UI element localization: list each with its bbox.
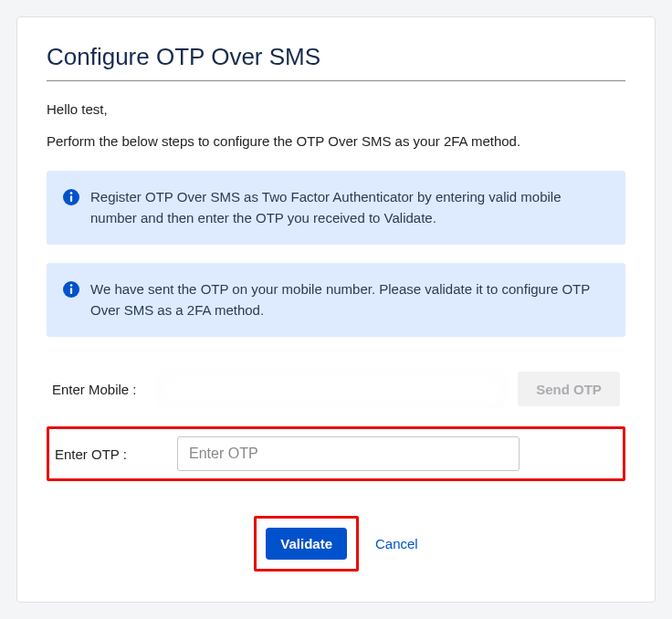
otp-config-card: Configure OTP Over SMS Hello test, Perfo… (16, 16, 656, 603)
info-box-register: Register OTP Over SMS as Two Factor Auth… (47, 171, 625, 245)
form-area: Enter Mobile : Send OTP Enter OTP : Vali… (47, 364, 625, 572)
svg-rect-1 (70, 195, 72, 202)
actions-row: Validate Cancel (47, 516, 625, 572)
instruction-text: Perform the below steps to configure the… (47, 133, 625, 149)
validate-button[interactable]: Validate (266, 528, 347, 560)
otp-label: Enter OTP : (55, 446, 163, 462)
svg-rect-4 (70, 288, 72, 294)
info-icon (63, 189, 79, 205)
info-text-register: Register OTP Over SMS as Two Factor Auth… (90, 187, 607, 228)
mobile-label: Enter Mobile : (52, 382, 146, 397)
mobile-row: Enter Mobile : Send OTP (47, 364, 625, 414)
svg-point-2 (70, 192, 73, 194)
mobile-input[interactable] (161, 372, 503, 406)
svg-point-5 (70, 284, 73, 287)
validate-highlight: Validate (254, 516, 359, 572)
greeting-text: Hello test, (47, 101, 625, 117)
otp-input[interactable] (177, 436, 520, 471)
info-icon (63, 281, 79, 298)
info-box-sent: We have sent the OTP on your mobile numb… (47, 263, 625, 337)
page-title: Configure OTP Over SMS (47, 43, 625, 81)
cancel-link[interactable]: Cancel (375, 536, 418, 551)
send-otp-button[interactable]: Send OTP (518, 372, 620, 406)
info-text-sent: We have sent the OTP on your mobile numb… (90, 279, 607, 320)
otp-row: Enter OTP : (47, 426, 625, 481)
